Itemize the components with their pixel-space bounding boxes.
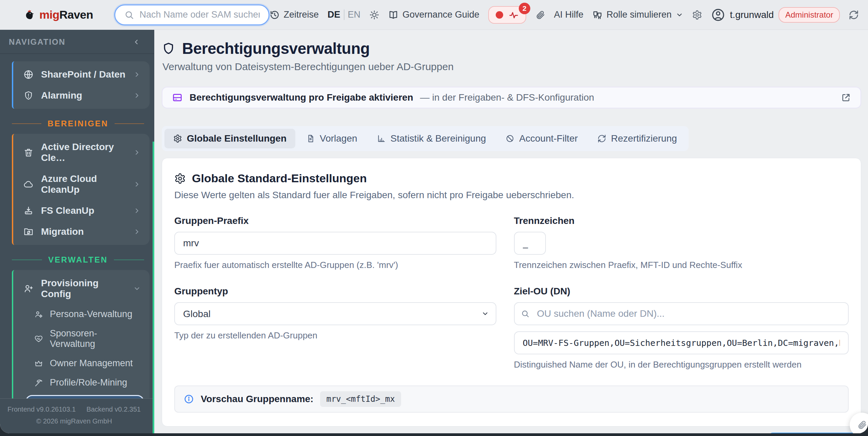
folder-sync-icon — [23, 227, 34, 237]
shield-icon — [162, 42, 175, 55]
nav-group-data: SharePoint / Daten Alarming — [12, 61, 150, 109]
book-open-icon — [388, 10, 398, 20]
tab-rezertifizierung[interactable]: Rezertifizierung — [589, 129, 686, 148]
sidebar-item-label: Sponsoren-Verwaltung — [50, 328, 141, 349]
tab-account-filter[interactable]: Account-Filter — [497, 129, 587, 148]
health-monitor-button[interactable]: 2 — [488, 6, 526, 24]
sidebar-item-label: Active Directory Cle… — [41, 142, 126, 163]
sidebar-item-label: Owner Management — [50, 358, 133, 369]
gruppen-praefix-input[interactable] — [174, 232, 496, 255]
sidebar-item-active-directory-cleanup[interactable]: Active Directory Cle… — [13, 137, 150, 168]
user-name: t.grunwald — [730, 9, 774, 20]
search-input[interactable] — [140, 9, 260, 20]
tab-vorlagen[interactable]: Vorlagen — [297, 129, 366, 148]
trennzeichen-input[interactable] — [514, 232, 546, 255]
clock-history-icon — [270, 10, 280, 20]
cloud-icon — [23, 179, 34, 189]
gear-icon — [174, 173, 186, 184]
lang-en[interactable]: EN — [344, 9, 361, 20]
ai-help-button[interactable]: AI Hilfe — [554, 9, 584, 20]
tab-label: Vorlagen — [320, 133, 357, 144]
sidebar-item-profile-role-mining[interactable]: Profile/Role-Mining — [13, 373, 150, 392]
settings-tabs: Globale Einstellungen Vorlagen Statistik… — [162, 126, 689, 151]
sidebar-item-owner-management[interactable]: Owner Management — [13, 354, 150, 373]
tab-label: Statistik & Bereinigung — [391, 133, 486, 144]
preview-group-name: mrv_<mftId>_mx — [320, 391, 401, 407]
chevron-right-icon — [133, 207, 141, 214]
sidebar-item-fs-cleanup[interactable]: FS CleanUp — [13, 200, 150, 221]
tab-label: Globale Einstellungen — [187, 133, 287, 144]
field-help: Distinguished Name der OU, in der Berech… — [514, 359, 849, 370]
sidebar-item-label: Profile/Role-Mining — [50, 377, 127, 388]
field-label: Trennzeichen — [514, 215, 849, 226]
time-travel-button[interactable]: Zeitreise — [270, 9, 319, 20]
pickaxe-icon — [34, 378, 43, 387]
settings-button[interactable] — [692, 10, 702, 20]
crown-icon — [34, 359, 43, 368]
sidebar-item-persona-verwaltung[interactable]: Persona-Verwaltung — [13, 305, 150, 324]
ou-search-input[interactable] — [514, 302, 849, 325]
app-window: migRaven Zeitreise DE EN Governance Guid… — [0, 0, 868, 433]
governance-guide-button[interactable]: Governance Guide — [388, 9, 479, 20]
tab-globale-einstellungen[interactable]: Globale Einstellungen — [164, 129, 295, 148]
gruppentyp-select[interactable]: Global — [174, 302, 496, 325]
lang-de[interactable]: DE — [328, 9, 340, 20]
main-content: Berechtigungsverwaltung Verwaltung von D… — [154, 30, 868, 433]
chevron-right-icon — [133, 149, 141, 156]
sidebar: NAVIGATION SharePoint / Daten Alarming — [0, 30, 154, 433]
file-text-icon — [306, 134, 315, 143]
ai-help-label: AI Hilfe — [554, 9, 584, 20]
user-menu[interactable]: t.grunwald Administrator — [711, 7, 840, 23]
sidebar-item-sponsoren-verwaltung[interactable]: Sponsoren-Verwaltung — [13, 324, 150, 354]
field-label: Ziel-OU (DN) — [514, 286, 849, 297]
save-button[interactable]: Speichern — [769, 433, 856, 433]
chevron-down-icon — [133, 285, 141, 292]
card-header: Globale Standard-Einstellungen — [174, 172, 849, 185]
sidebar-item-label: Azure Cloud CleanUp — [41, 173, 126, 195]
bar-chart-icon — [377, 134, 386, 143]
global-search[interactable] — [114, 4, 270, 25]
chevron-down-icon — [676, 11, 683, 19]
gear-icon — [692, 10, 702, 20]
share-activation-banner[interactable]: Berechtigungsverwaltung pro Freigabe akt… — [162, 87, 861, 108]
collapse-sidebar-button[interactable] — [133, 38, 140, 46]
topbar: migRaven Zeitreise DE EN Governance Guid… — [0, 0, 868, 30]
sidebar-item-alarming[interactable]: Alarming — [13, 85, 150, 106]
ou-dn-input[interactable] — [514, 331, 849, 354]
page-subtitle: Verwaltung von Dateisystem-Berechtigunge… — [162, 61, 861, 72]
user-plus-icon — [23, 284, 34, 294]
field-label: Gruppentyp — [174, 286, 496, 297]
simulate-role-dropdown[interactable]: Rolle simulieren — [592, 9, 683, 20]
sun-icon — [369, 10, 379, 20]
attachment-button[interactable] — [535, 10, 545, 20]
external-link-icon[interactable] — [841, 92, 851, 103]
sidebar-item-azure-cloud-cleanup[interactable]: Azure Cloud CleanUp — [13, 168, 150, 200]
sidebar-item-label: SharePoint / Daten — [41, 69, 125, 80]
refresh-button[interactable] — [849, 10, 859, 20]
card-title: Globale Standard-Einstellungen — [192, 172, 367, 185]
group-name-preview: Vorschau Gruppenname: mrv_<mftId>_mx — [174, 386, 849, 413]
hard-drive-icon — [172, 92, 183, 103]
theme-toggle-button[interactable] — [369, 10, 379, 20]
sidebar-item-sharepoint-daten[interactable]: SharePoint / Daten — [13, 64, 150, 85]
sidebar-item-label: Persona-Verwaltung — [50, 309, 132, 319]
time-travel-label: Zeitreise — [284, 9, 319, 20]
sidebar-item-provisioning-config[interactable]: Provisioning Config — [13, 273, 150, 305]
banner-subtext: — in der Freigaben- & DFS-Konfiguration — [420, 92, 594, 103]
sidebar-item-label: Provisioning Config — [41, 278, 126, 299]
tab-label: Account-Filter — [519, 133, 578, 144]
sidebar-footer: Frontend v9.0.26103.1 Backend v0.2.351 ©… — [0, 398, 154, 433]
sidebar-item-migration[interactable]: Migration — [13, 221, 150, 242]
trash-icon — [23, 147, 34, 158]
user-avatar-icon — [711, 8, 725, 22]
language-toggle[interactable]: DE EN — [328, 9, 360, 20]
status-dot — [496, 11, 503, 19]
backend-version: Backend v0.2.351 — [86, 406, 141, 413]
field-trennzeichen: Trennzeichen Trennzeichen zwischen Praef… — [514, 215, 849, 270]
brand-logo[interactable]: migRaven — [24, 8, 93, 21]
sidebar-item-berechtigungsverwaltung[interactable]: Berechtigungsverwal… — [25, 395, 144, 398]
sidebar-accent-line — [153, 142, 154, 433]
brand-prefix: mig — [39, 8, 59, 21]
tab-statistik-bereinigung[interactable]: Statistik & Bereinigung — [368, 129, 495, 148]
governance-guide-label: Governance Guide — [402, 9, 479, 20]
